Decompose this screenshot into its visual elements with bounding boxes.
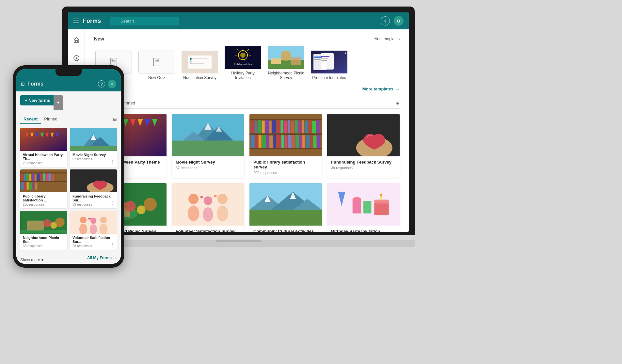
desktop-header: Forms 🔍 ? U [68, 12, 409, 29]
template-holiday-party[interactable]: Holiday Invitation Holiday Party Invitat… [223, 46, 263, 80]
sidebar-home-icon[interactable] [71, 34, 82, 46]
svg-rect-31 [271, 58, 281, 64]
svg-point-115 [203, 207, 213, 222]
phone-halloween-more[interactable]: ⋮ [61, 159, 65, 164]
form-card-library[interactable]: Public library satisfaction survey 200 r… [249, 114, 322, 178]
phone-tab-pinned[interactable]: Pinned [41, 115, 60, 124]
phone-card-movie[interactable]: Movie Night Survey 67 responses ⋮ [70, 128, 117, 167]
svg-rect-77 [298, 121, 301, 134]
all-my-forms-link[interactable]: All My Forms → [87, 256, 117, 260]
phone-volunteer-more[interactable]: ⋮ [110, 242, 115, 247]
phone-library-thumb [20, 169, 67, 192]
phone-fundraising-more[interactable]: ⋮ [110, 200, 115, 206]
hamburger-menu[interactable] [73, 19, 79, 23]
community-thumb [249, 183, 322, 226]
template-new-quiz[interactable]: ? New Quiz [137, 51, 176, 80]
new-forms-dropdown[interactable]: ▼ [54, 95, 63, 110]
template-nomination-survey[interactable]: Nomination Survey [180, 51, 219, 80]
grid-toggle-button[interactable]: ⊞ [395, 100, 400, 106]
hamburger-line-3 [73, 23, 79, 23]
phone-card-volunteer[interactable]: Volunteer Satisfaction Sur... 28 respons… [70, 211, 117, 250]
svg-rect-36 [321, 53, 334, 70]
template-neighborhood-picnic[interactable]: Neighborhood Picnic Survey [266, 46, 306, 80]
svg-rect-129 [363, 201, 371, 214]
phone-apps-icon[interactable]: ⊞ [21, 81, 25, 87]
template-premium[interactable]: ★ Premium templates [310, 51, 349, 80]
user-avatar[interactable]: U [394, 16, 404, 26]
show-more-link[interactable]: Show more ▾ [20, 258, 43, 262]
new-quiz-label: New Quiz [148, 75, 165, 80]
phone-user-avatar[interactable]: U [108, 80, 116, 88]
form-card-movie-night[interactable]: Movie Night Survey 67 responses [172, 114, 244, 178]
svg-rect-165 [27, 182, 29, 190]
phone-help-button[interactable]: ? [98, 80, 105, 87]
svg-rect-161 [48, 173, 51, 181]
search-input[interactable] [110, 17, 179, 25]
svg-point-18 [190, 60, 192, 62]
phone-library-more[interactable]: ⋮ [61, 200, 65, 206]
svg-rect-97 [302, 135, 305, 148]
phone-grid-toggle[interactable]: ⊞ [113, 117, 117, 122]
form-card-birthday[interactable]: Birthday Party Invitation 14 responses [327, 183, 400, 232]
svg-rect-167 [33, 182, 34, 190]
svg-point-133 [380, 194, 382, 197]
svg-rect-76 [295, 120, 298, 133]
desktop-main: New Hide templates [85, 29, 409, 232]
phone-fundraising-thumb [70, 169, 117, 192]
more-templates-link[interactable]: More templates → [94, 87, 400, 91]
svg-rect-154 [29, 174, 31, 181]
phone-device: ⊞ Forms ? U + New forms ▼ Recent Pinned … [13, 65, 124, 268]
hide-templates-button[interactable]: Hide templates [374, 37, 400, 41]
phone-volunteer-title: Volunteer Satisfaction Sur... [72, 236, 114, 244]
svg-rect-69 [269, 121, 272, 134]
svg-rect-63 [249, 148, 322, 149]
phone-movie-more[interactable]: ⋮ [110, 159, 115, 164]
form-card-community[interactable]: Community Cultural Activities Survey 52 … [249, 183, 322, 232]
phone-footer-row: Show more ▾ All My Forms → [20, 254, 117, 262]
show-more-label: Show more [20, 258, 40, 262]
svg-rect-166 [29, 182, 32, 190]
form-card-volunteer[interactable]: Volunteer Satisfaction Survey 28 respons… [172, 183, 244, 232]
phone-halloween-title: Virtual Halloween Party Th... [23, 153, 65, 161]
phone-halloween-info: Virtual Halloween Party Th... 29 respons… [20, 151, 67, 167]
phone-card-halloween[interactable]: Virtual Halloween Party Th... 29 respons… [20, 128, 67, 167]
svg-rect-78 [302, 120, 304, 133]
new-section-title: New [94, 36, 104, 41]
svg-rect-149 [20, 172, 67, 173]
new-section-header: New Hide templates [94, 36, 400, 41]
sidebar-add-icon[interactable] [71, 52, 82, 64]
fundraising-title: Fundraising Feedback Survey [331, 160, 396, 165]
form-card-fundraising[interactable]: Fundraising Feedback Survey 39 responses [327, 114, 400, 178]
fundraising-info: Fundraising Feedback Survey 39 responses [327, 156, 400, 173]
svg-rect-74 [288, 120, 290, 133]
phone-tabs: Recent Pinned ⊞ [20, 115, 117, 124]
svg-rect-101 [317, 135, 320, 148]
show-more-chevron: ▾ [41, 258, 43, 262]
svg-rect-91 [281, 135, 284, 148]
svg-rect-156 [35, 174, 36, 181]
svg-rect-164 [24, 182, 26, 190]
birthday-info: Birthday Party Invitation 14 responses [327, 226, 400, 232]
library-thumb [249, 114, 322, 156]
phone-picnic-more[interactable]: ⋮ [61, 242, 65, 247]
phone-card-fundraising[interactable]: Fundraising Feedback Sur... 39 responses… [70, 169, 117, 208]
phone-card-library[interactable]: Public library satisfaction ... 200 resp… [20, 169, 67, 208]
library-info: Public library satisfaction survey 200 r… [249, 156, 322, 178]
phone-picnic-info: Neighborhood Picnic Sur... 35 responses [20, 234, 67, 250]
phone-volunteer-responses: 28 responses [72, 244, 114, 248]
svg-rect-162 [52, 174, 54, 181]
svg-rect-95 [295, 135, 299, 148]
movie-night-responses: 67 responses [176, 166, 240, 170]
new-forms-button[interactable]: + New forms [20, 95, 55, 105]
help-button[interactable]: ? [381, 16, 390, 25]
phone-tab-recent[interactable]: Recent [20, 115, 41, 124]
app-title: Forms [83, 18, 101, 24]
library-title: Public library satisfaction survey [253, 160, 318, 169]
new-quiz-icon: ? [138, 51, 175, 73]
svg-rect-70 [272, 120, 276, 133]
svg-rect-134 [20, 128, 67, 151]
phone-card-picnic[interactable]: Neighborhood Picnic Sur... 35 responses … [20, 211, 67, 250]
svg-rect-172 [27, 221, 44, 231]
recent-tabs-row: Recent Pinned ⊞ [94, 98, 400, 109]
svg-rect-90 [277, 135, 280, 148]
